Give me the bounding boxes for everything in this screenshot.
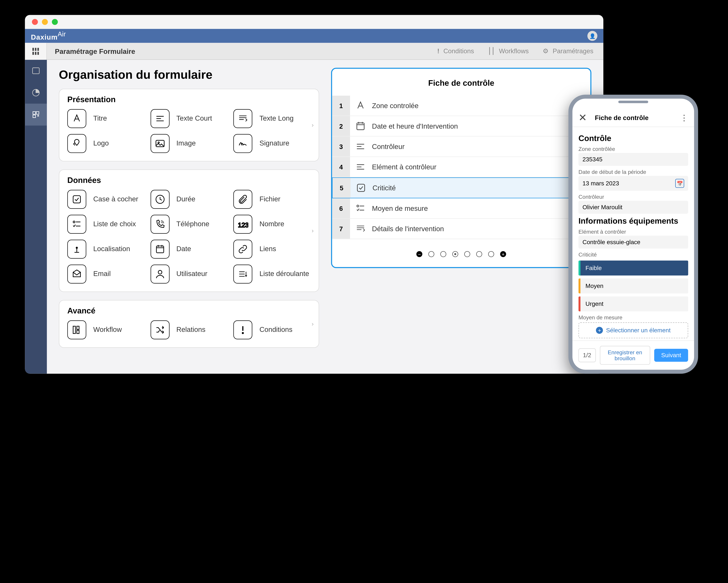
text-a-icon xyxy=(67,109,86,128)
phone-value-date[interactable]: 13 mars 2023📅 xyxy=(578,176,688,191)
toolbar-workflows[interactable]: ⎮⎮Workflows xyxy=(488,47,529,55)
svg-point-17 xyxy=(357,205,359,207)
field-clock[interactable]: Durée xyxy=(150,190,228,209)
phone-value-ctrl[interactable]: Olivier Maroulit xyxy=(578,201,688,214)
field-shuffle[interactable]: Relations xyxy=(150,321,228,339)
field-link[interactable]: Liens xyxy=(234,240,311,258)
field-text-a[interactable]: Titre xyxy=(67,109,145,128)
criticite-option[interactable]: Faible xyxy=(578,260,688,276)
phone-label-ctrl: Contrôleur xyxy=(578,194,688,200)
dropdown-icon xyxy=(234,265,253,283)
logo-icon xyxy=(67,134,86,153)
row-number: 6 xyxy=(332,198,350,218)
field-text-short[interactable]: Texte Court xyxy=(150,109,228,128)
field-label: Logo xyxy=(93,140,109,147)
minimize-icon[interactable] xyxy=(42,19,48,25)
phone-value-elem[interactable]: Contrôle essuie-glace xyxy=(578,236,688,249)
field-workflow[interactable]: Workflow xyxy=(67,321,145,339)
text-long-icon xyxy=(353,223,368,234)
field-label: Nombre xyxy=(259,220,284,228)
field-checkbox[interactable]: Case à cocher xyxy=(67,190,145,209)
sidenav-item-3[interactable] xyxy=(25,104,47,126)
field-label: Workflow xyxy=(93,326,122,334)
save-draft-button[interactable]: Enregistrer en brouillon xyxy=(600,346,650,365)
field-label: Case à cocher xyxy=(93,195,138,203)
text-short-icon xyxy=(353,141,368,152)
preview-row[interactable]: 7Détails de l'intervention xyxy=(332,219,591,239)
toolbar-parametrages[interactable]: ⚙Paramétrages xyxy=(543,47,593,55)
row-number: 3 xyxy=(332,137,350,157)
preview-row[interactable]: 5Criticité xyxy=(332,177,591,198)
pager-dot[interactable] xyxy=(476,251,482,257)
preview-row[interactable]: 2Date et heure d'Intervention xyxy=(332,116,591,137)
preview-row[interactable]: 4Elément à contrôleur xyxy=(332,157,591,177)
preview-row[interactable]: 3Contrôleur xyxy=(332,137,591,157)
toolbar-conditions[interactable]: !Conditions xyxy=(437,47,474,55)
field-exclaim[interactable]: Conditions xyxy=(234,321,311,339)
chevron-right-icon[interactable]: › xyxy=(312,321,314,327)
field-label: Email xyxy=(93,270,111,278)
phone-label-elem: Elément à contrôler xyxy=(578,229,688,235)
field-number[interactable]: 123Nombre xyxy=(234,215,311,234)
phone-section-equip: Informations équipements xyxy=(578,217,688,226)
list-check-icon xyxy=(353,203,368,214)
field-dropdown[interactable]: Liste déroulante xyxy=(234,265,311,283)
preview-title: Fiche de contrôle xyxy=(332,79,591,88)
field-phone[interactable]: Téléphone xyxy=(150,215,228,234)
maximize-icon[interactable] xyxy=(52,19,58,25)
pager-dot[interactable] xyxy=(464,251,470,257)
phone-label-zone: Zone contrôlée xyxy=(578,146,688,152)
field-label: Relations xyxy=(176,326,205,334)
row-label: Contrôleur xyxy=(368,138,409,156)
field-calendar[interactable]: Date xyxy=(150,240,228,258)
more-icon[interactable]: ⋮ xyxy=(680,113,688,122)
field-text-long[interactable]: Texte Long xyxy=(234,109,311,128)
next-button[interactable]: Suivant xyxy=(654,349,688,362)
select-moyen[interactable]: +Sélectionner un élement xyxy=(578,323,688,338)
pager-dot[interactable] xyxy=(440,251,446,257)
panel-présentation: PrésentationTitreTexte CourtTexte LongLo… xyxy=(59,89,319,162)
pager-minus[interactable]: − xyxy=(416,251,422,257)
page-title: Organisation du formulaire xyxy=(59,68,319,82)
criticite-option[interactable]: Urgent xyxy=(578,297,688,311)
field-user[interactable]: Utilisateur xyxy=(150,265,228,283)
criticite-option[interactable]: Moyen xyxy=(578,278,688,294)
field-signature[interactable]: Signature xyxy=(234,134,311,153)
chevron-right-icon[interactable]: › xyxy=(312,122,314,129)
field-image[interactable]: Image xyxy=(150,134,228,153)
close-icon[interactable]: ✕ xyxy=(578,112,587,123)
row-label: Elément à contrôleur xyxy=(368,158,440,176)
toolbar: Paramétrage Formulaire !Conditions ⎮⎮Wor… xyxy=(25,43,603,60)
avatar[interactable]: 👤 xyxy=(587,31,597,41)
text-short-icon xyxy=(353,162,368,172)
field-email[interactable]: Email xyxy=(67,265,145,283)
side-nav xyxy=(25,60,47,374)
svg-point-6 xyxy=(73,221,75,223)
field-list-check[interactable]: Liste de choix xyxy=(67,215,145,234)
field-label: Titre xyxy=(93,115,107,122)
sidenav-item-1[interactable] xyxy=(25,60,47,82)
pager-plus[interactable]: + xyxy=(500,251,506,257)
close-icon[interactable] xyxy=(32,19,38,25)
row-number: 5 xyxy=(333,178,350,198)
svg-point-14 xyxy=(242,332,243,334)
preview-row[interactable]: 1Zone controlée xyxy=(332,96,591,116)
field-attachment[interactable]: Fichier xyxy=(234,190,311,209)
calendar-icon[interactable]: 📅 xyxy=(675,179,684,188)
field-logo[interactable]: Logo xyxy=(67,134,145,153)
pager-dot-current[interactable] xyxy=(452,251,458,257)
field-location[interactable]: Localisation xyxy=(67,240,145,258)
svg-rect-15 xyxy=(357,123,364,130)
user-icon xyxy=(150,265,169,283)
exclaim-icon xyxy=(234,321,253,339)
phone-value-zone[interactable]: 235345 xyxy=(578,153,688,166)
sidenav-item-2[interactable] xyxy=(25,82,47,104)
chevron-right-icon[interactable]: › xyxy=(312,227,314,234)
phone-label-crit: Criticité xyxy=(578,252,688,257)
pager-dot[interactable] xyxy=(488,251,494,257)
preview-row[interactable]: 6Moyen de mesure xyxy=(332,198,591,219)
apps-icon[interactable] xyxy=(25,43,47,59)
svg-rect-16 xyxy=(357,184,365,192)
pager-dot[interactable] xyxy=(428,251,434,257)
field-label: Date xyxy=(176,245,191,253)
